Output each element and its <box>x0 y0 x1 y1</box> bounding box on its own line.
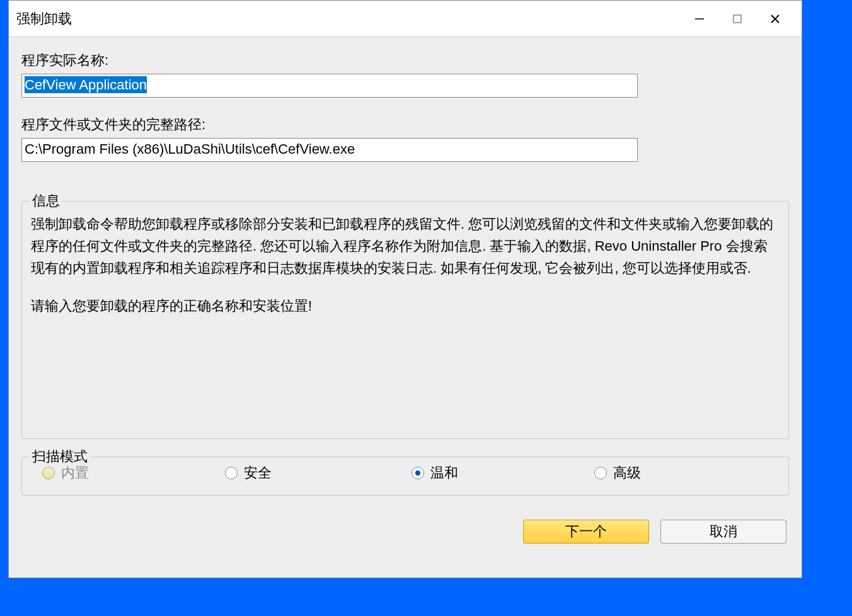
info-text: 强制卸载命令帮助您卸载程序或移除部分安装和已卸载程序的残留文件. 您可以浏览残留… <box>31 213 780 317</box>
radio-label-safe: 安全 <box>244 464 272 482</box>
radio-icon <box>225 467 238 479</box>
radio-icon <box>594 467 607 479</box>
button-row: 下一个 取消 <box>21 520 789 544</box>
titlebar: 强制卸载 <box>9 1 802 37</box>
program-name-input[interactable]: CefView Application <box>21 74 638 98</box>
next-button[interactable]: 下一个 <box>523 520 649 544</box>
radio-label-builtin: 内置 <box>61 464 89 482</box>
cancel-button[interactable]: 取消 <box>660 520 786 544</box>
dialog-content: 程序实际名称: CefView Application 程序文件或文件夹的完整路… <box>9 37 802 578</box>
info-legend: 信息 <box>30 191 62 210</box>
maximize-button[interactable] <box>718 6 756 31</box>
radio-icon <box>42 467 55 479</box>
scan-mode-legend: 扫描模式 <box>30 447 90 466</box>
dialog-window: 强制卸载 程序实际名称: CefView Application 程序文件或文件… <box>8 0 802 578</box>
scan-mode-groupbox: 扫描模式 内置 安全 温和 高级 <box>21 457 789 496</box>
minimize-button[interactable] <box>681 6 718 31</box>
scan-mode-radio-row: 内置 安全 温和 高级 <box>31 464 780 482</box>
window-controls <box>681 6 794 31</box>
program-path-label: 程序文件或文件夹的完整路径: <box>21 115 789 134</box>
maximize-icon <box>732 13 743 25</box>
program-path-input[interactable]: C:\Program Files (x86)\LuDaShi\Utils\cef… <box>21 138 638 162</box>
program-path-value: C:\Program Files (x86)\LuDaShi\Utils\cef… <box>25 141 355 157</box>
radio-builtin: 内置 <box>42 464 225 482</box>
radio-dot-icon <box>415 471 420 476</box>
window-title: 强制卸载 <box>16 9 681 28</box>
radio-label-moderate: 温和 <box>430 464 458 482</box>
radio-moderate[interactable]: 温和 <box>412 464 594 482</box>
info-paragraph-1: 强制卸载命令帮助您卸载程序或移除部分安装和已卸载程序的残留文件. 您可以浏览残留… <box>31 213 780 280</box>
radio-label-advanced: 高级 <box>613 464 641 482</box>
radio-advanced[interactable]: 高级 <box>594 464 720 482</box>
radio-icon <box>412 467 424 479</box>
close-button[interactable] <box>756 6 794 31</box>
program-name-label: 程序实际名称: <box>21 51 789 70</box>
radio-safe[interactable]: 安全 <box>225 464 412 482</box>
svg-rect-1 <box>734 15 741 23</box>
info-paragraph-2: 请输入您要卸载的程序的正确名称和安装位置! <box>31 295 780 317</box>
info-groupbox: 信息 强制卸载命令帮助您卸载程序或移除部分安装和已卸载程序的残留文件. 您可以浏… <box>21 201 789 439</box>
minimize-icon <box>694 13 705 25</box>
program-name-value-selected: CefView Application <box>25 76 147 93</box>
close-icon <box>769 13 781 25</box>
